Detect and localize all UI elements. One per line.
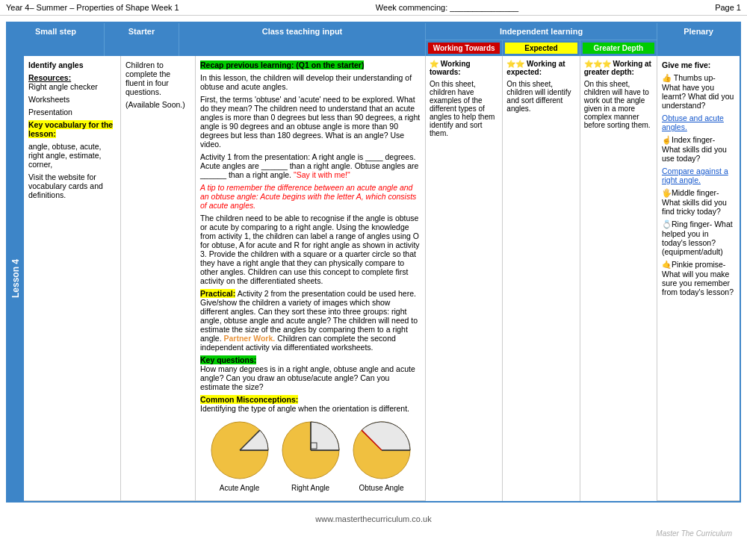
right-label: Right Angle: [281, 484, 341, 492]
page-footer: www.masterthecurriculum.co.uk: [0, 508, 747, 529]
working-towards-content: ⭐ Working towards: On this sheet, childr…: [426, 56, 503, 501]
plenary-link2[interactable]: Compare against a right angle.: [662, 167, 735, 184]
footer-url: www.masterthecurriculum.co.uk: [315, 514, 431, 523]
independent-header: Independent learning: [426, 23, 657, 40]
greater-depth-content: ⭐⭐⭐ Working at greater depth: On this sh…: [580, 56, 657, 501]
lesson-label: Lesson 4: [7, 56, 24, 501]
class-teaching-header: Class teaching input: [179, 23, 426, 56]
resources-text: Right angle checker: [28, 82, 98, 91]
plenary-link1[interactable]: Obtuse and acute angles.: [662, 113, 735, 131]
partner-work: Partner Work.: [224, 334, 276, 343]
starter-text: Children to complete the fluent in four …: [125, 60, 190, 96]
starter-header: Starter: [105, 23, 179, 56]
class-teaching-content: Recap previous learning: (Q1 on the star…: [196, 56, 426, 501]
independent-content: ⭐ Working towards: On this sheet, childr…: [426, 56, 657, 501]
header-right: Page 1: [715, 3, 741, 12]
intro-text: In this lesson, the children will develo…: [200, 73, 421, 91]
header-left: Year 4– Summer – Properties of Shape Wee…: [6, 3, 179, 12]
main-content-row: Lesson 4 Identify angles Resources: Righ…: [7, 56, 740, 501]
key-q-label: Key questions:: [200, 355, 256, 364]
working-towards-subheader: Working Towards: [426, 40, 503, 56]
say-it: "Say it with me!": [294, 170, 350, 179]
key-q-text: How many degrees is in a right angle, ob…: [200, 364, 415, 391]
recap-label: Recap previous learning: (Q1 on the star…: [200, 60, 364, 69]
wt-text: On this sheet, children have examples of…: [430, 80, 498, 137]
small-step-content: Identify angles Resources: Right angle c…: [24, 56, 121, 501]
visit-text: Visit the website for vocabulary cards a…: [28, 172, 116, 199]
para2-text: The children need to be able to recognis…: [200, 214, 421, 285]
acute-label: Acute Angle: [210, 484, 270, 492]
small-step-header: Small step: [7, 23, 105, 56]
expected-subheader: Expected: [503, 40, 580, 56]
misconceptions-text: Identifying the type of angle when the o…: [200, 404, 409, 413]
wt-stars: ⭐: [430, 60, 438, 68]
main-table: Small step Starter Class teaching input …: [6, 22, 741, 503]
plenary-header: Plenary: [657, 23, 740, 56]
practical-label: Practical:: [200, 289, 235, 298]
angle-diagrams: Acute Angle Right Angle: [200, 417, 421, 496]
watermark: Master The Curriculum: [0, 529, 747, 538]
resources-label: Resources:: [28, 73, 71, 82]
expected-content: ⭐⭐ Working at expected: On this sheet, c…: [503, 56, 580, 501]
plenary-title: Give me five:: [662, 60, 735, 69]
column-headers: Small step Starter Class teaching input …: [7, 23, 740, 56]
gd-text: On this sheet, children will have to wor…: [584, 80, 653, 129]
worksheets: Worksheets: [28, 95, 116, 104]
gd-stars: ⭐⭐⭐: [584, 60, 611, 68]
gd-label: Greater Depth: [583, 43, 654, 54]
plenary-thumbs: 👍 Thumbs up- What have you learnt? What …: [662, 73, 735, 110]
plenary-pinkie: 🤙Pinkie promise- What will you make sure…: [662, 260, 735, 296]
plenary-index: ☝️Index finger- What skills did you use …: [662, 135, 735, 163]
exp-label: Expected: [505, 43, 577, 54]
exp-stars: ⭐⭐: [506, 60, 524, 68]
obtuse-angle-diagram: Obtuse Angle: [352, 420, 412, 492]
activity1-label: Activity 1 from the presentation:: [200, 152, 310, 161]
plenary-middle: 🖐️Middle finger- What skills did you fin…: [662, 188, 735, 216]
acute-angle-diagram: Acute Angle: [210, 420, 270, 492]
vocab-text: angle, obtuse, acute, right angle, estim…: [28, 142, 116, 169]
starter-content: Children to complete the fluent in four …: [121, 56, 196, 501]
greater-depth-subheader: Greater Depth: [580, 40, 657, 56]
para1-text: First, the terms 'obtuse' and 'acute' ne…: [200, 95, 421, 149]
starter-available: (Available Soon.): [125, 100, 190, 109]
obtuse-label: Obtuse Angle: [352, 484, 412, 492]
plenary-ring: 💍Ring finger- What helped you in today's…: [662, 220, 735, 256]
presentation: Presentation: [28, 108, 116, 116]
plenary-content: Give me five: 👍 Thumbs up- What have you…: [657, 56, 740, 501]
exp-text: On this sheet, children will identify an…: [506, 80, 575, 113]
wt-label: Working Towards: [428, 43, 500, 54]
right-angle-diagram: Right Angle: [281, 420, 341, 492]
identify-angles-title: Identify angles: [28, 60, 116, 69]
page-header: Year 4– Summer – Properties of Shape Wee…: [0, 0, 747, 16]
misconceptions-label: Common Misconceptions:: [200, 395, 298, 404]
header-center: Week commencing: _______________: [376, 3, 518, 12]
vocab-label: Key vocabulary for the lesson:: [28, 120, 113, 138]
